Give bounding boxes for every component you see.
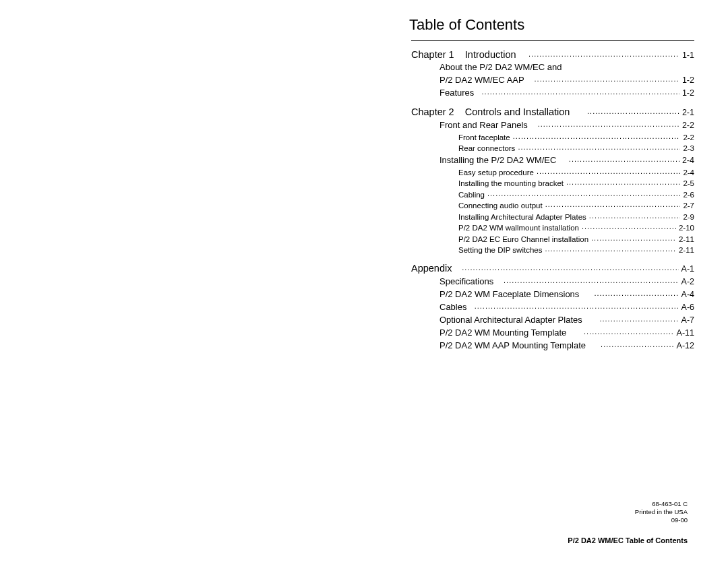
page-title: Table of Contents xyxy=(409,16,692,36)
toc-subitem: Rear connectors 2-3 xyxy=(411,144,694,153)
leader-dots xyxy=(587,106,679,115)
toc-item: Optional Architectural Adapter Plates A-… xyxy=(411,314,694,325)
toc-item-label: P/2 DA2 WM Faceplate Dimensions xyxy=(439,289,579,299)
title-rule xyxy=(411,40,694,41)
toc-subitem-label: Rear connectors xyxy=(458,144,515,152)
toc-subitem-page: 2-2 xyxy=(683,133,694,142)
toc-subitem-page: 2-11 xyxy=(679,235,694,243)
toc-subitem-page: 2-7 xyxy=(683,201,694,210)
toc-appendix: Appendix A-1 xyxy=(411,263,694,274)
toc-subitem-page: 2-4 xyxy=(683,168,694,177)
toc-subitem-label: Setting the DIP switches xyxy=(458,246,542,254)
footer-notes: 68-463-01 C Printed in the USA 09-00 xyxy=(635,500,688,524)
leader-dots xyxy=(462,263,678,272)
leader-dots xyxy=(513,132,681,140)
toc-subitem-page: 2-11 xyxy=(679,246,694,254)
toc-subitem-label: Easy setup procedure xyxy=(458,168,534,177)
toc-item-page: A-12 xyxy=(677,341,694,350)
ch1-page: 1-1 xyxy=(682,51,694,60)
toc-subitem: Connecting audio output2-7 xyxy=(411,201,694,210)
toc-subitem: Front faceplate 2-2 xyxy=(411,132,694,142)
leader-dots xyxy=(487,189,680,197)
toc-item-front-rear: Front and Rear Panels 2-2 xyxy=(411,119,694,130)
ch1-prefix: Chapter 1 xyxy=(411,49,454,60)
toc-subitem-page: 2-3 xyxy=(683,144,694,152)
leader-dots xyxy=(584,327,674,336)
leader-dots xyxy=(475,301,679,310)
toc-item-about-line1: About the P/2 DA2 WM/EC and xyxy=(411,62,694,72)
leader-dots xyxy=(591,234,676,242)
toc-item-about-line2: P/2 DA2 WM/EC AAP 1-2 xyxy=(411,74,694,85)
toc-item: P/2 DA2 WM AAP Mounting Template A-12 xyxy=(411,340,694,350)
leader-dots xyxy=(569,154,679,163)
leader-dots xyxy=(594,288,678,297)
leader-dots xyxy=(518,144,680,152)
leader-dots xyxy=(545,245,676,253)
toc-subitem: Easy setup procedure2-4 xyxy=(411,167,694,177)
leader-dots xyxy=(599,314,678,323)
leader-dots xyxy=(535,74,679,83)
toc-item-label: Specifications xyxy=(439,276,493,286)
toc-item-page: A-11 xyxy=(677,328,694,338)
toc-item-label: Front and Rear Panels xyxy=(439,120,528,130)
toc-subitem: P/2 DA2 WM wallmount installation2-10 xyxy=(411,223,694,232)
toc-item-label: Optional Architectural Adapter Plates xyxy=(439,315,582,325)
toc-subitem-label: P/2 DA2 EC Euro Channel installation xyxy=(458,235,588,243)
toc-subitem-page: 2-10 xyxy=(679,224,694,232)
ch2-page: 2-1 xyxy=(682,108,694,117)
ch2-title: Controls and Installation xyxy=(465,106,570,117)
footer-title: P/2 DA2 WM/EC Table of Contents xyxy=(568,536,688,544)
toc-item: P/2 DA2 WM Mounting Template A-11 xyxy=(411,327,694,338)
toc-item-page: 2-2 xyxy=(682,121,694,130)
appendix-page: A-1 xyxy=(681,264,694,274)
toc-subitem-label: P/2 DA2 WM wallmount installation xyxy=(458,224,579,232)
toc-subitem-page: 2-5 xyxy=(683,179,694,187)
toc-item-page: 1-2 xyxy=(682,88,694,98)
toc-item-label: Features xyxy=(439,88,474,98)
leader-dots xyxy=(582,223,676,231)
toc-item-page: 1-2 xyxy=(682,75,694,85)
toc-subitem-label: Cabling xyxy=(458,191,485,199)
toc-item-page: 2-4 xyxy=(682,156,694,165)
toc-subitem: P/2 DA2 EC Euro Channel installation2-11 xyxy=(411,234,694,243)
toc-subitem-page: 2-6 xyxy=(683,191,694,199)
ch2-prefix: Chapter 2 xyxy=(411,106,454,117)
toc-item-page: A-7 xyxy=(681,315,694,325)
toc-item-page: A-2 xyxy=(681,277,694,286)
toc-item-label: P/2 DA2 WM/EC AAP xyxy=(439,75,524,85)
leader-dots xyxy=(545,201,681,209)
footer-docnum: 68-463-01 C xyxy=(635,500,688,508)
leader-dots xyxy=(589,212,681,220)
footer-date: 09-00 xyxy=(635,516,688,524)
appendix-title: Appendix xyxy=(411,263,452,274)
leader-dots xyxy=(566,179,680,187)
leader-dots xyxy=(537,167,681,175)
toc-item: Specifications A-2 xyxy=(411,276,694,286)
toc-item-label: Installing the P/2 DA2 WM/EC xyxy=(439,155,556,165)
leader-dots xyxy=(601,340,674,348)
toc-item-label: Cables xyxy=(439,302,466,312)
toc-subitem-label: Connecting audio output xyxy=(458,201,543,210)
toc-subitem-label: Installing the mounting bracket xyxy=(458,179,564,187)
toc-subitem: Cabling2-6 xyxy=(411,189,694,199)
leader-dots xyxy=(528,49,679,58)
toc-subitem-label: Installing Architectural Adapter Plates xyxy=(458,213,586,221)
ch1-title: Introduction xyxy=(465,49,516,60)
footer-printed: Printed in the USA xyxy=(635,508,688,516)
toc-chapter-1: Chapter 1 Introduction 1-1 xyxy=(411,49,694,60)
toc-item: P/2 DA2 WM Faceplate Dimensions A-4 xyxy=(411,288,694,299)
leader-dots xyxy=(504,276,678,284)
toc-item: Cables A-6 xyxy=(411,301,694,312)
toc-chapter-2: Chapter 2 Controls and Installation 2-1 xyxy=(411,106,694,117)
leader-dots xyxy=(538,119,679,128)
toc-item-page: A-6 xyxy=(681,303,694,312)
toc-subitem: Installing the mounting bracket2-5 xyxy=(411,179,694,188)
toc-item-features: Features 1-2 xyxy=(411,87,694,98)
toc-subitem-page: 2-9 xyxy=(683,213,694,221)
toc-subitem: Installing Architectural Adapter Plates2… xyxy=(411,212,694,221)
toc-subitem-label: Front faceplate xyxy=(458,133,510,142)
toc-item-page: A-4 xyxy=(681,290,694,299)
toc-item-installing: Installing the P/2 DA2 WM/EC 2-4 xyxy=(411,154,694,165)
toc-item-label: P/2 DA2 WM AAP Mounting Template xyxy=(439,340,586,350)
toc-subitem: Setting the DIP switches2-11 xyxy=(411,245,694,255)
